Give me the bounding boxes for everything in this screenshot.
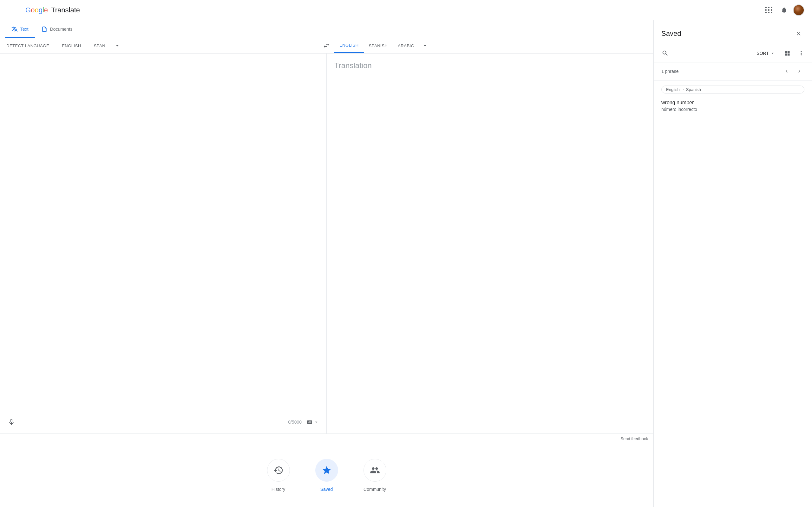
saved-item[interactable]: Saved xyxy=(315,459,338,492)
chevron-right-icon xyxy=(797,68,802,74)
saved-translation-text: número incorrecto xyxy=(661,107,804,112)
grid-icon xyxy=(784,50,791,56)
next-page-button[interactable] xyxy=(794,66,804,76)
tab-documents-label: Documents xyxy=(50,26,72,32)
close-icon xyxy=(796,31,802,37)
left-panel: Text Documents DETECT LANGUAGE ENGLISH S… xyxy=(0,20,653,507)
phrase-count: 1 phrase xyxy=(661,69,678,74)
bottom-section: History Saved Community xyxy=(0,444,653,507)
keyboard-icon xyxy=(307,419,312,425)
target-area: Translation xyxy=(327,54,653,434)
source-english-button[interactable]: ENGLISH xyxy=(55,38,88,53)
apps-grid-icon xyxy=(765,7,773,13)
chevron-down-icon-target xyxy=(422,43,428,49)
tab-text[interactable]: Text xyxy=(5,20,35,38)
google-logo-g2: g xyxy=(39,6,43,14)
navigation-arrows xyxy=(781,66,804,76)
language-bar: DETECT LANGUAGE ENGLISH SPAN ENGLISH SPA… xyxy=(0,38,653,54)
community-item[interactable]: Community xyxy=(363,459,386,492)
feedback-bar: Send feedback xyxy=(0,434,653,444)
microphone-icon xyxy=(8,418,15,426)
document-icon xyxy=(41,26,48,32)
detect-language-button[interactable]: DETECT LANGUAGE xyxy=(0,38,55,53)
send-feedback-button[interactable]: Send feedback xyxy=(620,436,648,441)
translation-container: 0/5000 Translation xyxy=(0,54,653,434)
google-logo-g: G xyxy=(26,6,31,14)
sort-chevron-icon xyxy=(770,51,775,56)
tab-documents[interactable]: Documents xyxy=(35,20,79,38)
swap-languages-button[interactable] xyxy=(319,38,334,53)
previous-page-button[interactable] xyxy=(781,66,792,76)
grid-view-button[interactable] xyxy=(781,48,793,59)
phrase-count-bar: 1 phrase xyxy=(654,62,812,80)
target-lang-bar: ENGLISH SPANISH ARABIC xyxy=(334,38,653,53)
history-label: History xyxy=(271,487,286,492)
close-saved-panel-button[interactable] xyxy=(793,28,804,39)
more-options-button[interactable] xyxy=(796,48,807,59)
community-icon xyxy=(370,465,380,475)
google-logo-o1: o xyxy=(31,6,35,14)
star-icon xyxy=(322,465,332,475)
source-area: 0/5000 xyxy=(0,54,327,434)
community-label: Community xyxy=(363,487,386,492)
community-button[interactable] xyxy=(363,459,386,482)
source-more-langs-button[interactable] xyxy=(112,38,123,53)
saved-toolbar: SORT xyxy=(654,44,812,62)
microphone-button[interactable] xyxy=(5,416,18,429)
bell-icon xyxy=(780,7,788,14)
source-input[interactable] xyxy=(8,61,319,124)
source-spanish-button[interactable]: SPAN xyxy=(88,38,112,53)
chevron-down-icon xyxy=(114,43,120,49)
history-button[interactable] xyxy=(267,459,290,482)
char-count: 0/5000 xyxy=(288,419,302,425)
notifications-button[interactable] xyxy=(778,4,791,16)
saved-panel-title: Saved xyxy=(661,30,681,38)
header-right xyxy=(763,4,804,16)
saved-entry: wrong number número incorrecto xyxy=(654,96,812,118)
tabs-bar: Text Documents xyxy=(0,20,653,38)
app-title: Translate xyxy=(51,6,80,14)
avatar[interactable] xyxy=(793,4,804,16)
keyboard-button[interactable] xyxy=(304,418,321,426)
translation-output: Translation xyxy=(334,61,646,70)
header: Google Translate xyxy=(0,0,812,20)
google-logo: Google Translate xyxy=(26,6,80,14)
tab-text-label: Text xyxy=(20,26,29,32)
keyboard-arrow-icon xyxy=(314,419,319,425)
target-more-langs-button[interactable] xyxy=(419,38,431,53)
sort-button[interactable]: SORT xyxy=(753,49,779,58)
history-icon xyxy=(273,465,284,475)
google-logo-e: e xyxy=(44,6,48,14)
more-vert-icon xyxy=(798,50,804,56)
hamburger-menu-button[interactable] xyxy=(8,4,20,16)
saved-source-text: wrong number xyxy=(661,100,804,106)
swap-icon xyxy=(323,42,330,49)
apps-button[interactable] xyxy=(763,4,775,16)
header-left: Google Translate xyxy=(8,4,80,16)
source-controls: 0/5000 xyxy=(288,418,321,426)
source-lang-bar: DETECT LANGUAGE ENGLISH SPAN xyxy=(0,38,319,53)
saved-button[interactable] xyxy=(315,459,338,482)
chevron-left-icon xyxy=(784,68,790,74)
saved-panel: Saved SORT xyxy=(653,20,812,507)
target-spanish-button[interactable]: SPANISH xyxy=(364,38,393,53)
sort-label: SORT xyxy=(757,51,769,56)
google-logo-o2: o xyxy=(35,6,38,14)
lang-direction-tag: English → Spanish xyxy=(661,86,804,94)
target-english-button[interactable]: ENGLISH xyxy=(334,38,364,53)
history-item[interactable]: History xyxy=(267,459,290,492)
translate-icon xyxy=(11,26,18,32)
search-icon xyxy=(662,50,669,57)
saved-panel-header: Saved xyxy=(654,20,812,44)
main-layout: Text Documents DETECT LANGUAGE ENGLISH S… xyxy=(0,20,812,507)
saved-label: Saved xyxy=(320,487,333,492)
search-icon-wrap xyxy=(659,47,671,60)
target-arabic-button[interactable]: ARABIC xyxy=(393,38,419,53)
source-bottom-controls: 0/5000 xyxy=(5,416,321,429)
